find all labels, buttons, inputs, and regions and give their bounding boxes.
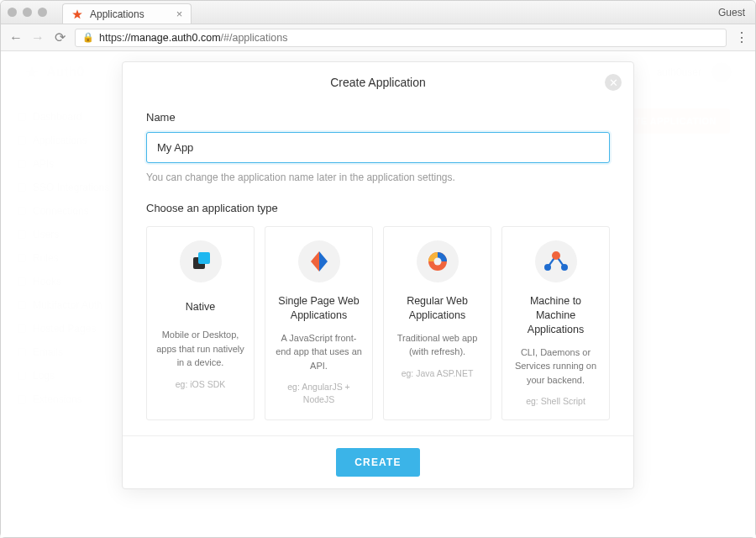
app-type-example: eg: Java ASP.NET (392, 367, 482, 380)
back-button[interactable]: ← (9, 30, 23, 45)
modal-footer: CREATE (123, 435, 633, 488)
url-scheme: https:// (99, 32, 131, 44)
modal-body: Name You can change the application name… (123, 101, 633, 435)
svg-point-6 (552, 251, 560, 260)
traffic-close[interactable] (8, 8, 17, 17)
auth0-favicon (71, 8, 83, 20)
app-type-desc: Traditional web app (with refresh). (392, 331, 482, 359)
traffic-zoom[interactable] (38, 8, 47, 17)
svg-point-7 (544, 264, 551, 271)
choose-type-label: Choose an application type (146, 202, 610, 214)
address-bar[interactable]: 🔒 https://manage.auth0.com/#/application… (75, 29, 727, 47)
app-type-example: eg: iOS SDK (155, 378, 245, 391)
guest-label: Guest (718, 7, 748, 18)
browser-tab[interactable]: Applications × (62, 3, 192, 24)
app-type-card[interactable]: Single Page Web ApplicationsA JavaScript… (265, 226, 373, 420)
traffic-lights (8, 8, 47, 17)
app-type-title: Machine to Machine Applications (511, 294, 601, 337)
name-label: Name (146, 111, 610, 124)
app-type-example: eg: AngularJS + NodeJS (274, 381, 364, 405)
modal-title: Create Application (123, 76, 633, 89)
name-input[interactable] (146, 132, 610, 163)
create-application-modal: Create Application ✕ Name You can change… (122, 61, 634, 489)
app-type-card[interactable]: Regular Web ApplicationsTraditional web … (383, 226, 491, 420)
browser-toolbar: ← → ⟳ 🔒 https://manage.auth0.com/#/appli… (1, 24, 755, 51)
app-type-desc: A JavaScript front-end app that uses an … (274, 331, 364, 373)
tab-title: Applications (90, 8, 144, 20)
app-type-icon (180, 240, 222, 282)
lock-icon: 🔒 (82, 32, 94, 43)
forward-button[interactable]: → (31, 30, 45, 45)
app-type-title: Single Page Web Applications (274, 294, 364, 323)
name-help-text: You can change the application name late… (146, 171, 610, 183)
modal-overlay: Create Application ✕ Name You can change… (1, 51, 755, 537)
svg-rect-1 (198, 252, 210, 264)
tab-close-icon[interactable]: × (176, 8, 183, 20)
page: Auth0 auth0user DashboardApplicationsAPI… (1, 51, 755, 537)
app-type-desc: CLI, Daemons or Services running on your… (511, 345, 601, 388)
create-button[interactable]: CREATE (336, 448, 420, 477)
app-type-card[interactable]: NativeMobile or Desktop, apps that run n… (146, 226, 255, 420)
app-type-title: Native (155, 294, 245, 319)
reload-button[interactable]: ⟳ (53, 29, 66, 45)
svg-point-8 (561, 264, 568, 271)
app-type-card[interactable]: Machine to Machine ApplicationsCLI, Daem… (501, 226, 610, 420)
app-type-title: Regular Web Applications (392, 294, 482, 323)
browser-menu-icon[interactable]: ⋮ (735, 29, 747, 45)
modal-close-icon[interactable]: ✕ (605, 74, 622, 91)
modal-header: Create Application ✕ (123, 62, 633, 101)
url-host: manage.auth0.com (131, 32, 221, 44)
app-type-icon (417, 240, 459, 282)
url-path: /#/applications (221, 32, 288, 44)
app-type-cards: NativeMobile or Desktop, apps that run n… (146, 226, 610, 420)
app-type-example: eg: Shell Script (511, 395, 601, 408)
app-type-desc: Mobile or Desktop, apps that run nativel… (155, 328, 245, 370)
browser-window: Applications × Guest ← → ⟳ 🔒 https://man… (0, 0, 756, 538)
app-type-icon (298, 240, 340, 282)
app-type-icon (535, 240, 577, 282)
traffic-minimize[interactable] (23, 8, 32, 17)
titlebar: Applications × Guest (1, 1, 755, 24)
svg-point-3 (433, 258, 441, 266)
